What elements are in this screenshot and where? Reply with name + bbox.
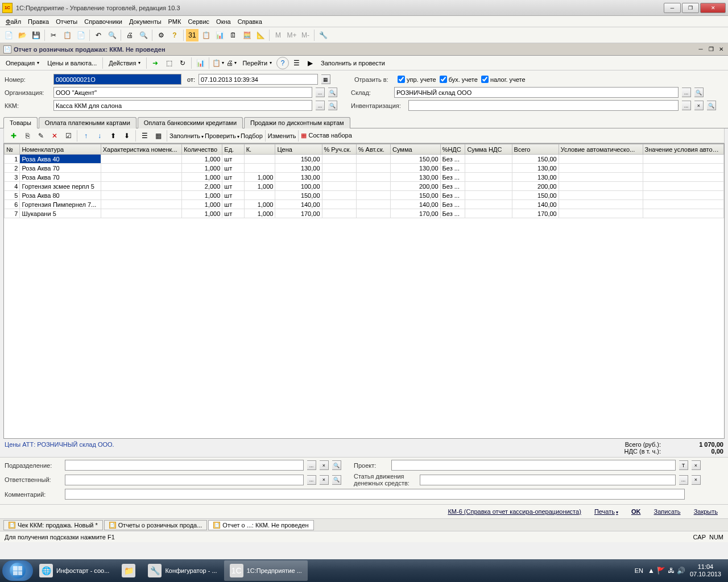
new-icon[interactable]: 📄 (2, 29, 15, 41)
col-header[interactable]: Условие автоматическо... (559, 144, 643, 155)
grid-cols-icon[interactable]: ▦ (152, 130, 164, 142)
mdi-tab[interactable]: 📄Отчет о ...: ККМ. Не проведен (208, 520, 313, 530)
km6-button[interactable]: КМ-6 (Справка отчет кассира-операционист… (442, 506, 586, 517)
otv-select-icon[interactable]: ... (307, 475, 316, 485)
menu-edit[interactable]: Правка (24, 17, 52, 26)
goods-grid[interactable]: №НоменклатураХарактеристика номенк...Кол… (3, 143, 725, 439)
post-icon[interactable]: ➜ (149, 57, 162, 69)
unpost-icon[interactable]: ⬚ (163, 57, 175, 69)
table-row[interactable]: 4Гортензия зсмее перпл 52,000шт1,000100,… (5, 182, 724, 191)
menu-reports[interactable]: Отчеты (52, 17, 81, 26)
proj-input[interactable] (391, 460, 676, 471)
table-row[interactable]: 6Гортензия Пимпернел 7...1,000шт1,000140… (5, 200, 724, 209)
org-open-icon[interactable]: 🔍 (328, 88, 337, 97)
ok-button[interactable]: OK (626, 506, 647, 517)
find-icon[interactable]: 🔍 (106, 29, 118, 41)
org-input[interactable]: ООО "Акцент" (53, 87, 312, 98)
podbor-button[interactable]: Подбор (241, 132, 263, 139)
table-row[interactable]: 1Роза Аква 401,000шт150,00150,00Без ...1… (5, 155, 724, 164)
stat-input[interactable] (420, 475, 676, 485)
invent-input[interactable] (408, 100, 679, 111)
kkm-open-icon[interactable]: 🔍 (328, 101, 337, 110)
col-header[interactable]: № (5, 144, 20, 155)
sklad-input[interactable]: РОЗНИЧНЫЙ склад ООО (394, 87, 679, 98)
tool6-icon[interactable]: 📐 (254, 29, 267, 41)
podr-clear-icon[interactable]: × (320, 460, 329, 470)
cfg-icon[interactable]: ⚙ (155, 29, 167, 41)
podr-input[interactable] (65, 460, 304, 471)
date-picker-icon[interactable]: ▦ (321, 74, 330, 84)
proj-clear-icon[interactable]: × (692, 460, 701, 470)
kkm-input[interactable]: Касса ККМ для салона (53, 100, 312, 111)
menu-windows[interactable]: Окна (213, 17, 234, 26)
col-header[interactable]: Цена (275, 144, 322, 155)
cut-icon[interactable]: ✂ (47, 29, 60, 41)
undo-icon[interactable]: ↶ (92, 29, 105, 41)
col-header[interactable]: Значение условия автом... (643, 144, 723, 155)
col-header[interactable]: %НДС (440, 144, 465, 155)
tab-goods[interactable]: Товары (3, 117, 38, 128)
menu-service[interactable]: Сервис (184, 17, 213, 26)
preview-icon[interactable]: 🔍 (137, 29, 150, 41)
doc-minimize-button[interactable]: ─ (696, 45, 705, 53)
table-row[interactable]: 3Роза Аква 701,000шт1,000130,00130,00Без… (5, 173, 724, 182)
menu-help[interactable]: Справка (234, 17, 266, 26)
tool4-icon[interactable]: 🗓 (227, 29, 239, 41)
edit-row-icon[interactable]: ✎ (35, 130, 47, 142)
col-header[interactable]: Номенклатура (20, 144, 101, 155)
add-row-icon[interactable]: ✚ (7, 130, 20, 142)
move-up-icon[interactable]: ↑ (80, 130, 92, 142)
otv-open-icon[interactable]: 🔍 (332, 475, 341, 485)
save-icon[interactable]: 💾 (30, 29, 42, 41)
minimize-button[interactable]: ─ (664, 3, 681, 13)
prices-button[interactable]: Цены и валюта... (44, 59, 100, 68)
table-row[interactable]: 7Шукарани 51,000шт1,000170,00170,00Без .… (5, 209, 724, 218)
close-button[interactable]: ✕ (700, 3, 726, 13)
chk-buh[interactable]: бух. учете (440, 76, 478, 83)
col-header[interactable]: Сумма (391, 144, 441, 155)
refresh-icon[interactable]: ↻ (176, 57, 189, 69)
start-button[interactable] (2, 560, 33, 581)
fill-button[interactable]: Заполнить (169, 132, 204, 139)
tool2-icon[interactable]: 📋 (200, 29, 212, 41)
tab-credits[interactable]: Оплата банковскими кредитами (138, 117, 243, 128)
mdi-tab[interactable]: 📄Отчеты о розничных прода... (104, 520, 208, 530)
table-row[interactable]: 5Роза Аква 801,000шт150,00150,00Без ...1… (5, 191, 724, 200)
col-header[interactable]: Сумма НДС (465, 144, 512, 155)
basis-icon[interactable]: 📋 (212, 57, 224, 69)
tray-sound-icon[interactable]: 🔊 (677, 567, 685, 575)
col-header[interactable]: % Авт.ск. (356, 144, 390, 155)
move-down-icon[interactable]: ↓ (93, 130, 106, 142)
doc-restore-button[interactable]: ❐ (706, 45, 715, 53)
print2-icon[interactable]: 🖨 (225, 57, 238, 69)
menu-file[interactable]: Файл (2, 17, 24, 26)
table-row[interactable]: 2Роза Аква 701,000шт130,00130,00Без ...1… (5, 164, 724, 173)
fill-post-button[interactable]: Заполнить и провести (317, 59, 388, 68)
otv-input[interactable] (65, 475, 304, 485)
m-plus-icon[interactable]: M+ (286, 29, 298, 41)
otv-clear-icon[interactable]: × (320, 475, 329, 485)
col-header[interactable]: % Руч.ск. (322, 144, 356, 155)
podr-select-icon[interactable]: ... (307, 460, 316, 470)
operation-button[interactable]: Операция (2, 59, 43, 68)
m-minus-icon[interactable]: M- (299, 29, 312, 41)
tray-flag-icon[interactable]: 🚩 (657, 567, 665, 575)
copy-row-icon[interactable]: ⎘ (21, 130, 34, 142)
proj-select-icon[interactable]: T (679, 460, 688, 470)
chk-upr[interactable]: упр. учете (398, 76, 436, 83)
mark-row-icon[interactable]: ☑ (62, 130, 75, 142)
grid-view-icon[interactable]: ☰ (138, 130, 151, 142)
open-icon[interactable]: 📂 (16, 29, 28, 41)
fill-post-icon[interactable]: ▶ (304, 57, 316, 69)
tray-net-icon[interactable]: 🖧 (668, 567, 675, 575)
save-button[interactable]: Записать (648, 506, 686, 517)
number-input[interactable]: 0000000021О (53, 74, 181, 85)
m-icon[interactable]: M (272, 29, 284, 41)
taskbar-item[interactable]: 🔧Конфигуратор - ... (142, 560, 222, 581)
help-icon[interactable]: ? (168, 29, 181, 41)
calendar-icon[interactable]: 31 (186, 29, 198, 41)
change-button[interactable]: Изменить (268, 132, 296, 139)
doc-close-button[interactable]: ✕ (717, 45, 726, 53)
col-header[interactable]: Количество (182, 144, 222, 155)
podr-open-icon[interactable]: 🔍 (332, 460, 341, 470)
